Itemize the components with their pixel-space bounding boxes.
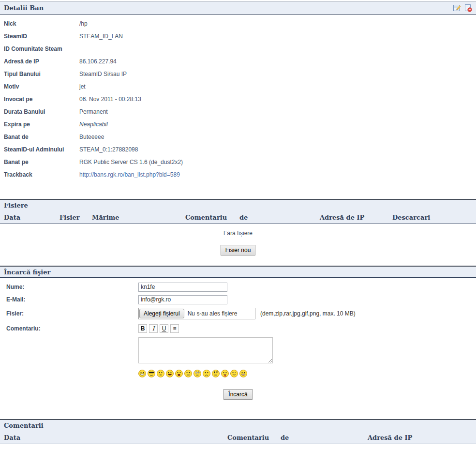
- upload-comment-row: Comentariu: B I U ≡: [0, 324, 476, 377]
- comments-column-header: Comentariu: [227, 432, 281, 444]
- files-section: Fisiere DataFisierMărimeComentariudeAdre…: [0, 199, 476, 261]
- trackback-link[interactable]: http://bans.rgk.ro/ban_list.php?bid=589: [79, 171, 180, 178]
- smiley-laugh-icon[interactable]: [239, 370, 247, 377]
- ban-detail-row: Nick /hp: [0, 17, 476, 30]
- ban-detail-label: SteamID-ul Adminului: [0, 146, 79, 153]
- upload-header: Încarcă fişier: [0, 267, 476, 278]
- ban-details-rows: Nick /hp SteamID STEAM_ID_LAN ID Comunit…: [0, 15, 476, 185]
- ban-details-header: Detalii Ban: [0, 2, 476, 15]
- ban-detail-row: Adresă de IP 86.106.227.94: [0, 55, 476, 68]
- ban-detail-row: SteamID-ul Adminului STEAM_0:1:27882098: [0, 143, 476, 156]
- files-header: Fisiere DataFisierMărimeComentariudeAdre…: [0, 200, 476, 224]
- files-column-header: Comentariu: [185, 211, 239, 224]
- file-input[interactable]: Alegeți fișierul Nu s-au ales fișiere: [138, 308, 255, 319]
- smiley-uh-icon[interactable]: [212, 370, 220, 377]
- ban-details-section: Detalii Ban: [0, 1, 476, 185]
- ban-detail-value: SteamID Si/sau IP: [79, 71, 127, 77]
- comments-column-header: Data: [4, 432, 227, 444]
- smiley-row: [138, 370, 273, 377]
- ban-detail-value: /hp: [79, 20, 88, 27]
- upload-email-row: E-Mail:: [0, 293, 476, 306]
- italic-button[interactable]: I: [149, 324, 158, 333]
- ban-detail-label: Nick: [0, 20, 79, 27]
- smiley-grin-icon[interactable]: [138, 370, 146, 377]
- comment-editor: B I U ≡: [138, 324, 273, 377]
- email-label: E-Mail:: [0, 296, 138, 303]
- files-title: Fisiere: [4, 200, 28, 211]
- bold-button[interactable]: B: [138, 324, 147, 333]
- edit-ban-icon[interactable]: [453, 4, 461, 12]
- files-column-header: Mărime: [92, 211, 185, 224]
- choose-file-button[interactable]: Alegeți fișierul: [139, 309, 184, 318]
- name-input[interactable]: [138, 283, 227, 292]
- ban-detail-value: RGK Public Server CS 1.6 (de_dust2x2): [79, 159, 183, 165]
- ban-detail-label: ID Comunitate Steam: [0, 45, 79, 52]
- files-empty-text: Fără fișiere: [0, 224, 476, 237]
- ban-detail-value: STEAM_ID_LAN: [79, 33, 123, 40]
- ban-detail-label: Motiv: [0, 83, 79, 90]
- comments-column-headers: DataComentariudeAdresă de IP: [0, 432, 476, 444]
- ban-detail-row: SteamID STEAM_ID_LAN: [0, 30, 476, 43]
- smiley-lol-icon[interactable]: [166, 370, 174, 377]
- ban-detail-value: jet: [79, 83, 86, 90]
- ban-detail-label: Tipul Banului: [0, 71, 79, 77]
- smiley-blank-icon[interactable]: [184, 370, 192, 377]
- comments-column-header: de: [281, 432, 368, 444]
- ban-detail-label: Adresă de IP: [0, 58, 79, 65]
- comments-column-header: Adresă de IP: [368, 432, 412, 444]
- ban-detail-row: ID Comunitate Steam: [0, 43, 476, 55]
- ban-detail-value: Buteeeee: [79, 134, 104, 140]
- smiley-cool-icon[interactable]: [148, 370, 155, 377]
- upload-submit-button[interactable]: Încarcă: [223, 389, 252, 400]
- files-column-header: Adresă de IP: [320, 211, 392, 224]
- ban-detail-value: 86.106.227.94: [79, 58, 117, 65]
- ban-detail-label: Invocat pe: [0, 96, 79, 103]
- delete-ban-icon[interactable]: [464, 4, 472, 12]
- ban-detail-label: Banat de: [0, 134, 79, 140]
- format-toolbar: B I U ≡: [138, 324, 273, 333]
- files-column-headers: DataFisierMărimeComentariudeAdresă de IP…: [0, 211, 476, 224]
- comment-textarea[interactable]: [138, 337, 273, 363]
- files-column-header: Fisier: [60, 211, 92, 224]
- ban-detail-label: Durata Banului: [0, 108, 79, 115]
- ban-detail-row: Banat pe RGK Public Server CS 1.6 (de_du…: [0, 156, 476, 168]
- ban-detail-label: Banat pe: [0, 159, 79, 165]
- ban-detail-label: Trackback: [0, 171, 79, 178]
- comments-title: Comentarii: [4, 420, 44, 432]
- upload-name-row: Nume:: [0, 281, 476, 293]
- new-file-button[interactable]: Fisier nou: [221, 245, 256, 255]
- ban-detail-value: 06. Nov 2011 - 00:28:13: [79, 96, 141, 103]
- smiley-rolleyes-icon[interactable]: [193, 370, 201, 377]
- ban-detail-value: Neaplicabil: [79, 121, 108, 128]
- comments-empty-text: Fara comentarii: [0, 444, 476, 450]
- quote-button[interactable]: ≡: [170, 324, 179, 333]
- smiley-gasp-icon[interactable]: [175, 370, 183, 377]
- ban-detail-row: Expira pe Neaplicabil: [0, 118, 476, 131]
- ban-detail-row: Banat de Buteeeee: [0, 131, 476, 143]
- files-column-header: Data: [4, 211, 60, 224]
- upload-section: Încarcă fişier Nume: E-Mail: Fisier: Ale…: [0, 266, 476, 405]
- ban-detail-row: Invocat pe 06. Nov 2011 - 00:28:13: [0, 93, 476, 105]
- ban-detail-row: Motiv jet: [0, 80, 476, 93]
- smiley-speechless-icon[interactable]: [157, 370, 164, 377]
- file-hint-text: (dem,zip,rar,jpg,gif,png, max. 10 MB): [260, 310, 356, 317]
- files-column-header: de: [239, 211, 320, 224]
- file-status-text: Nu s-au ales fișiere: [185, 310, 238, 317]
- ban-detail-row: Trackback http://bans.rgk.ro/ban_list.ph…: [0, 168, 476, 181]
- ban-detail-value: STEAM_0:1:27882098: [79, 146, 138, 153]
- ban-actions: [453, 4, 472, 12]
- ban-details-title: Detalii Ban: [4, 2, 44, 15]
- smiley-tongue-icon[interactable]: [221, 370, 229, 377]
- upload-title: Încarcă fişier: [4, 267, 50, 278]
- ban-detail-label: SteamID: [0, 33, 79, 40]
- smiley-wink-icon[interactable]: [230, 370, 238, 377]
- email-input[interactable]: [138, 295, 227, 304]
- ban-detail-row: Tipul Banului SteamID Si/sau IP: [0, 68, 476, 80]
- ban-detail-row: Durata Banului Permanent: [0, 105, 476, 118]
- name-label: Nume:: [0, 284, 138, 290]
- smiley-frown-icon[interactable]: [203, 370, 210, 377]
- underline-button[interactable]: U: [160, 324, 168, 333]
- ban-detail-label: Expira pe: [0, 121, 79, 128]
- file-label: Fisier:: [0, 310, 138, 317]
- upload-file-row: Fisier: Alegeți fișierul Nu s-au ales fi…: [0, 306, 476, 321]
